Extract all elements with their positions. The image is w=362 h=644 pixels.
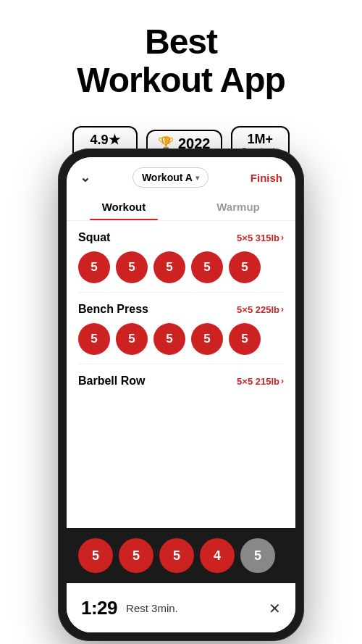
header-section: Best Workout App bbox=[0, 0, 362, 114]
bench-rep-4[interactable]: 5 bbox=[191, 323, 223, 355]
barbell-rep-2[interactable]: 5 bbox=[119, 538, 153, 573]
barbell-reps-row: 5 5 5 4 5 bbox=[78, 535, 284, 576]
exercise-name-barbell: Barbell Row bbox=[78, 375, 145, 388]
squat-reps-row: 5 5 5 5 5 bbox=[78, 248, 284, 292]
rating-value: 4.9★ bbox=[84, 132, 126, 148]
tab-bar: Workout Warmup bbox=[67, 193, 295, 221]
rest-close-button[interactable]: ✕ bbox=[269, 600, 281, 617]
caret-icon: ▾ bbox=[195, 174, 199, 182]
tab-workout[interactable]: Workout bbox=[67, 193, 181, 220]
barbell-rep-5[interactable]: 5 bbox=[240, 538, 275, 573]
exercise-info-barbell[interactable]: 5×5 215lb › bbox=[237, 376, 284, 387]
app-title: Best Workout App bbox=[14, 23, 348, 100]
exercise-arrow-icon-3: › bbox=[281, 376, 284, 386]
exercise-list: Squat 5×5 315lb › 5 5 5 5 5 Bench Pres bbox=[67, 221, 295, 392]
exercise-name-squat: Squat bbox=[78, 231, 110, 244]
exercise-row-bench: Bench Press 5×5 225lb › bbox=[78, 293, 284, 320]
squat-rep-5[interactable]: 5 bbox=[229, 251, 261, 283]
back-chevron-icon[interactable]: ⌄ bbox=[80, 170, 90, 185]
squat-rep-3[interactable]: 5 bbox=[153, 251, 185, 283]
exercise-name-bench: Bench Press bbox=[78, 303, 148, 316]
downloads-value: 1M+ bbox=[243, 132, 278, 147]
phone-screen: ⌄ Workout A ▾ Finish Workout Warmup bbox=[67, 157, 295, 632]
exercise-arrow-icon-2: › bbox=[281, 304, 284, 314]
exercise-arrow-icon: › bbox=[281, 233, 284, 243]
squat-rep-1[interactable]: 5 bbox=[78, 251, 110, 283]
workout-name-label: Workout A bbox=[142, 172, 193, 183]
barbell-rep-4[interactable]: 4 bbox=[200, 538, 235, 573]
tab-warmup[interactable]: Warmup bbox=[181, 193, 295, 220]
rest-time-display: 1:29 bbox=[81, 597, 117, 619]
barbell-rep-1[interactable]: 5 bbox=[78, 538, 113, 573]
rest-timer-bar: 1:29 Rest 3min. ✕ bbox=[67, 583, 295, 632]
rest-label: Rest 3min. bbox=[126, 602, 260, 614]
exercise-row-barbell: Barbell Row 5×5 215lb › bbox=[78, 364, 284, 392]
exercise-info-squat[interactable]: 5×5 315lb › bbox=[237, 233, 284, 243]
phone-outer: ⌄ Workout A ▾ Finish Workout Warmup bbox=[58, 149, 304, 641]
bench-rep-5[interactable]: 5 bbox=[229, 323, 261, 355]
squat-rep-4[interactable]: 5 bbox=[191, 251, 223, 283]
exercise-info-bench[interactable]: 5×5 225lb › bbox=[237, 304, 284, 315]
barbell-rep-3[interactable]: 5 bbox=[159, 538, 194, 573]
bench-reps-row: 5 5 5 5 5 bbox=[78, 320, 284, 364]
bench-rep-1[interactable]: 5 bbox=[78, 323, 110, 355]
bottom-dark-bar: 5 5 5 4 5 bbox=[67, 528, 295, 583]
workout-selector-button[interactable]: Workout A ▾ bbox=[132, 167, 209, 188]
phone-mockup: ⌄ Workout A ▾ Finish Workout Warmup bbox=[58, 149, 304, 641]
squat-rep-2[interactable]: 5 bbox=[116, 251, 148, 283]
finish-button[interactable]: Finish bbox=[251, 172, 282, 184]
exercise-row-squat: Squat 5×5 315lb › bbox=[78, 221, 284, 248]
bench-rep-3[interactable]: 5 bbox=[153, 323, 185, 355]
phone-topbar: ⌄ Workout A ▾ Finish bbox=[67, 157, 295, 193]
bench-rep-2[interactable]: 5 bbox=[116, 323, 148, 355]
